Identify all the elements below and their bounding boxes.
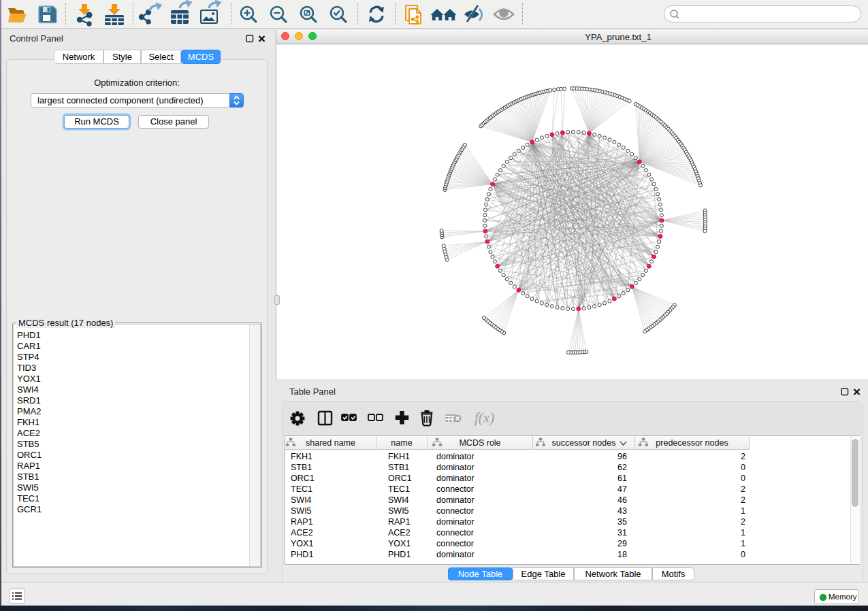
svg-text:f(x): f(x): [475, 410, 494, 426]
